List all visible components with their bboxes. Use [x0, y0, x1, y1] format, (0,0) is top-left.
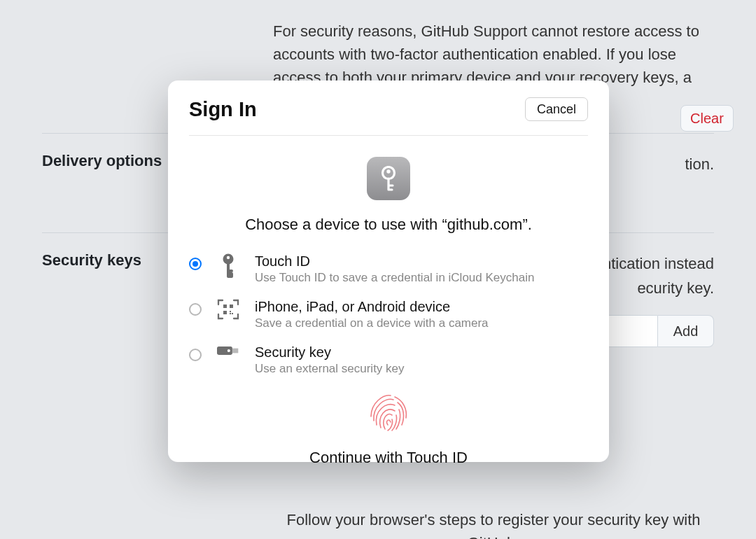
svg-rect-6	[223, 311, 227, 314]
key-icon	[378, 166, 399, 191]
svg-rect-9	[230, 313, 231, 314]
fingerprint-icon[interactable]	[189, 390, 588, 438]
option-title: iPhone, iPad, or Android device	[255, 299, 489, 315]
svg-rect-8	[232, 313, 233, 314]
sign-in-modal: Sign In Cancel Choose a device to use wi…	[168, 80, 609, 462]
follow-browser-text: Follow your browser's steps to register …	[273, 508, 714, 539]
clear-button[interactable]: Clear	[680, 105, 734, 132]
svg-rect-4	[223, 304, 227, 308]
svg-point-11	[227, 349, 230, 352]
modal-header: Sign In Cancel	[189, 97, 588, 136]
option-description: Save a credential on a device with a cam…	[255, 316, 489, 330]
passwords-app-icon	[367, 157, 410, 200]
device-options: Touch ID Use Touch ID to save a credenti…	[189, 253, 588, 376]
key-filled-icon	[217, 253, 239, 279]
qr-scanner-icon	[217, 299, 239, 320]
option-description: Use an external security key	[255, 362, 405, 376]
svg-point-1	[386, 169, 390, 173]
radio-security-key[interactable]	[189, 349, 202, 361]
svg-rect-5	[230, 304, 233, 308]
option-other-device[interactable]: iPhone, iPad, or Android device Save a c…	[189, 299, 588, 330]
option-description: Use Touch ID to save a credential in iCl…	[255, 271, 534, 285]
cancel-button[interactable]: Cancel	[525, 97, 588, 121]
option-title: Touch ID	[255, 253, 534, 270]
svg-rect-7	[230, 311, 231, 312]
svg-rect-12	[232, 349, 238, 354]
choose-device-prompt: Choose a device to use with “github.com”…	[189, 216, 588, 234]
svg-point-3	[227, 256, 230, 259]
add-button[interactable]: Add	[658, 315, 714, 347]
continue-with-touch-id[interactable]: Continue with Touch ID	[189, 449, 588, 467]
option-security-key[interactable]: Security key Use an external security ke…	[189, 344, 588, 376]
option-title: Security key	[255, 344, 405, 360]
radio-other-device[interactable]	[189, 303, 202, 316]
usb-key-icon	[217, 344, 239, 357]
radio-touch-id[interactable]	[189, 258, 202, 270]
option-touch-id[interactable]: Touch ID Use Touch ID to save a credenti…	[189, 253, 588, 285]
modal-title: Sign In	[189, 98, 257, 121]
